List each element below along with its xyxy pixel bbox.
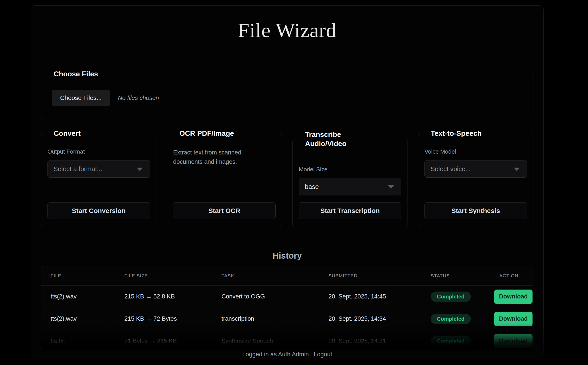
column-header-action: ACTION bbox=[494, 273, 524, 278]
cell-file: tts(2).wav bbox=[51, 315, 124, 322]
transcribe-legend: Transcribe Audio/Video bbox=[302, 130, 369, 148]
chevron-down-icon bbox=[514, 168, 520, 171]
column-header-file-size: FILE SIZE bbox=[124, 273, 221, 278]
table-row: tts(2).wav 215 KB → 52.8 KB Convert to O… bbox=[41, 286, 533, 308]
start-conversion-button[interactable]: Start Conversion bbox=[47, 202, 150, 219]
cell-file-size: 215 KB → 72 Bytes bbox=[124, 315, 221, 322]
start-transcription-button[interactable]: Start Transcription bbox=[299, 202, 401, 219]
column-header-submitted: SUBMITTED bbox=[328, 273, 431, 278]
status-badge: Completed bbox=[431, 292, 471, 302]
column-header-task: TASK bbox=[221, 273, 328, 278]
table-row: tts(2).wav 215 KB → 72 Bytes transcripti… bbox=[41, 308, 533, 330]
cell-task: Synthesize Speech bbox=[221, 338, 328, 344]
select-value: Select a format... bbox=[53, 165, 102, 173]
tts-legend: Text-to-Speech bbox=[428, 129, 484, 138]
status-badge: Completed bbox=[431, 336, 471, 346]
history-divider bbox=[41, 236, 533, 236]
no-files-chosen-text: No files chosen bbox=[118, 95, 159, 101]
card-ocr: OCR PDF/Image Extract text from scanned … bbox=[167, 133, 282, 227]
page-title: File Wizard bbox=[41, 20, 533, 41]
history-heading: History bbox=[41, 251, 533, 261]
logout-link[interactable]: Logout bbox=[314, 351, 332, 358]
history-table: FILE FILE SIZE TASK SUBMITTED STATUS ACT… bbox=[41, 266, 533, 350]
select-value: base bbox=[305, 183, 319, 190]
ocr-description: Extract text from scanned documents and … bbox=[173, 148, 269, 167]
column-header-file: FILE bbox=[51, 273, 124, 278]
card-transcribe: Transcribe Audio/Video Model Size base S… bbox=[292, 139, 408, 227]
cell-file: tts.txt bbox=[51, 338, 124, 344]
output-format-select[interactable]: Select a format... bbox=[47, 160, 150, 178]
cell-task: transcription bbox=[221, 315, 328, 322]
download-button[interactable]: Download bbox=[494, 312, 532, 326]
download-button[interactable]: Download bbox=[494, 289, 532, 304]
card-text-to-speech: Text-to-Speech Voice Model Select voice.… bbox=[418, 133, 533, 227]
choose-files-legend: Choose Files bbox=[51, 70, 101, 78]
model-size-select[interactable]: base bbox=[299, 178, 401, 195]
convert-legend: Convert bbox=[51, 129, 83, 138]
download-button[interactable]: Download bbox=[494, 334, 532, 348]
table-header-row: FILE FILE SIZE TASK SUBMITTED STATUS ACT… bbox=[41, 266, 533, 286]
voice-model-label: Voice Model bbox=[424, 148, 527, 155]
cell-file-size: 71 Bytes → 215 KB bbox=[124, 338, 221, 344]
start-ocr-button[interactable]: Start OCR bbox=[173, 202, 276, 219]
cell-submitted: 20. Sept. 2025, 14:45 bbox=[328, 293, 431, 300]
cell-submitted: 20. Sept. 2025, 14:34 bbox=[328, 315, 431, 322]
column-header-status: STATUS bbox=[431, 273, 494, 278]
cell-file: tts(2).wav bbox=[51, 293, 124, 300]
ocr-legend: OCR PDF/Image bbox=[177, 129, 237, 138]
table-row: tts.txt 71 Bytes → 215 KB Synthesize Spe… bbox=[41, 330, 533, 350]
cell-submitted: 20. Sept. 2025, 14:31 bbox=[328, 338, 431, 344]
logged-in-text: Logged in as Auth Admin bbox=[242, 351, 309, 358]
tool-cards-row: Convert Output Format Select a format...… bbox=[41, 133, 533, 227]
status-badge: Completed bbox=[431, 314, 471, 324]
chevron-down-icon bbox=[388, 185, 394, 189]
start-synthesis-button[interactable]: Start Synthesis bbox=[424, 202, 527, 219]
cell-task: Convert to OGG bbox=[221, 293, 328, 300]
voice-model-select[interactable]: Select voice... bbox=[424, 160, 527, 178]
model-size-label: Model Size bbox=[299, 166, 401, 173]
choose-files-fieldset: Choose Files Choose Files... No files ch… bbox=[41, 74, 533, 119]
chevron-down-icon bbox=[137, 168, 143, 171]
footer: Logged in as Auth AdminLogout bbox=[41, 350, 533, 359]
choose-files-button[interactable]: Choose Files... bbox=[52, 90, 110, 106]
main-panel: File Wizard Choose Files Choose Files...… bbox=[31, 5, 544, 359]
card-convert: Convert Output Format Select a format...… bbox=[41, 133, 156, 227]
output-format-label: Output Format bbox=[47, 148, 150, 155]
select-value: Select voice... bbox=[430, 165, 471, 173]
cell-file-size: 215 KB → 52.8 KB bbox=[124, 293, 221, 300]
